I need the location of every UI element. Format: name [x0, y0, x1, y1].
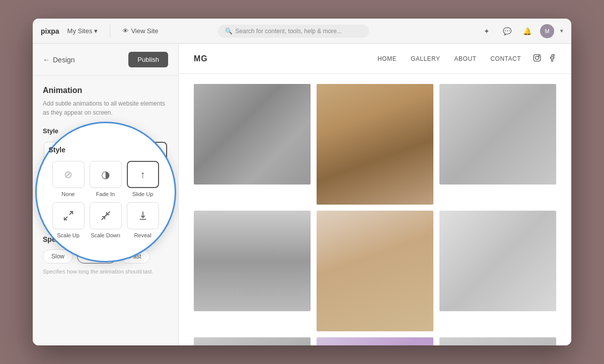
circle-icon-none: ⊘ — [52, 161, 85, 188]
circle-style-slide-up[interactable]: ↑ Slide Up — [127, 161, 159, 197]
circle-icon-slide-up: ↑ — [127, 161, 159, 188]
gallery-item — [317, 337, 433, 345]
svg-point-7 — [536, 56, 539, 60]
chat-icon[interactable]: 💬 — [500, 24, 514, 38]
circle-style-scale-down[interactable]: Scale Down — [90, 202, 122, 238]
gallery-item — [439, 211, 556, 311]
gallery-item — [317, 211, 433, 331]
circle-style-fade-in[interactable]: ◑ Fade In — [90, 161, 122, 197]
circle-label-scale-up: Scale Up — [57, 232, 80, 238]
top-bar: pixpa My Sites ▾ 👁 View Site 🔍 Search fo… — [33, 19, 571, 44]
svg-point-8 — [539, 56, 539, 56]
browser-window: pixpa My Sites ▾ 👁 View Site 🔍 Search fo… — [33, 19, 571, 345]
circle-label-scale-down: Scale Down — [91, 232, 120, 238]
preview-logo: MG — [194, 54, 208, 63]
circle-style-none[interactable]: ⊘ None — [52, 161, 85, 197]
back-to-design[interactable]: ← Design — [43, 56, 75, 64]
circle-style-scale-up[interactable]: Scale Up — [52, 202, 85, 238]
avatar[interactable]: M — [540, 24, 554, 38]
panel-header: ← Design Publish — [33, 44, 178, 76]
circle-icon-scale-down — [90, 202, 122, 229]
app-logo: pixpa — [41, 27, 59, 35]
animation-title: Animation — [43, 86, 168, 95]
bell-icon[interactable]: 🔔 — [520, 24, 534, 38]
nav-home[interactable]: HOME — [378, 55, 397, 62]
chevron-down-icon[interactable]: ▾ — [560, 28, 563, 34]
preview-nav-links: HOME GALLERY ABOUT CONTACT — [378, 55, 521, 62]
style-circle-overlay: Style ⊘ None ◑ Fade In ↑ Slide Up — [35, 122, 176, 262]
my-sites-dropdown[interactable]: My Sites ▾ — [67, 27, 98, 35]
circle-style-reveal[interactable]: Reveal — [127, 202, 159, 238]
preview-nav: MG HOME GALLERY ABOUT CONTACT — [179, 44, 571, 74]
gallery-area — [179, 74, 571, 345]
search-bar[interactable]: 🔍 Search for content, tools, help & more… — [218, 25, 369, 38]
circle-label-slide-up: Slide Up — [132, 191, 154, 197]
circle-label-reveal: Reveal — [134, 232, 151, 238]
svg-line-1 — [64, 217, 67, 220]
circle-label-fade-in: Fade In — [96, 191, 115, 197]
nav-contact[interactable]: CONTACT — [490, 55, 521, 62]
search-icon: 🔍 — [225, 28, 233, 35]
gallery-item — [194, 211, 311, 311]
view-site-link[interactable]: 👁 View Site — [122, 27, 158, 35]
gallery-item — [194, 84, 311, 185]
sun-icon[interactable]: ✦ — [480, 24, 494, 38]
svg-line-3 — [101, 215, 106, 220]
left-panel: ← Design Publish Animation Add subtle an… — [33, 44, 179, 345]
circle-icon-fade-in: ◑ — [90, 161, 122, 188]
circle-style-label: Style — [49, 146, 65, 154]
facebook-icon[interactable] — [548, 54, 556, 63]
top-bar-icons: ✦ 💬 🔔 M ▾ — [480, 24, 563, 38]
speed-note: Specifies how long the animation should … — [43, 268, 168, 275]
main-area: ← Design Publish Animation Add subtle an… — [33, 44, 571, 345]
gallery-item — [439, 337, 556, 345]
preview-social-icons — [533, 54, 556, 63]
nav-gallery[interactable]: GALLERY — [411, 55, 440, 62]
publish-button[interactable]: Publish — [128, 52, 168, 67]
circle-style-grid: ⊘ None ◑ Fade In ↑ Slide Up — [52, 161, 159, 238]
chevron-down-icon: ▾ — [94, 27, 98, 35]
right-preview: MG HOME GALLERY ABOUT CONTACT — [179, 44, 571, 345]
animation-description: Add subtle animations to all website ele… — [43, 99, 168, 117]
search-placeholder: Search for content, tools, help & more..… — [236, 28, 342, 35]
back-label: Design — [53, 56, 75, 64]
gallery-item — [439, 84, 556, 185]
gallery-item — [194, 337, 311, 345]
circle-icon-reveal — [127, 202, 159, 229]
circle-icon-scale-up — [52, 202, 85, 229]
nav-about[interactable]: ABOUT — [455, 55, 477, 62]
circle-label-none: None — [61, 191, 74, 197]
instagram-icon[interactable] — [533, 54, 541, 63]
back-arrow-icon: ← — [43, 56, 50, 64]
gallery-grid — [194, 84, 556, 345]
gallery-item — [317, 84, 433, 205]
svg-line-0 — [69, 212, 72, 215]
divider — [110, 24, 110, 39]
svg-rect-6 — [534, 54, 540, 61]
